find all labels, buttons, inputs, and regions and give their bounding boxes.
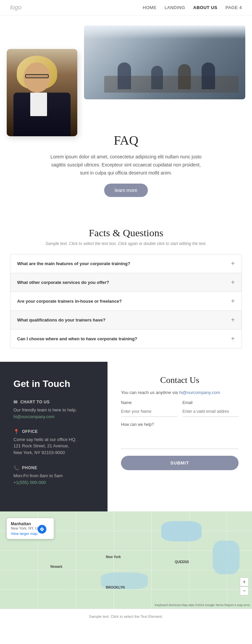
expand-icon-4: +	[231, 316, 235, 324]
name-group: Name	[121, 400, 177, 417]
nav-about[interactable]: ABOUT US	[193, 5, 217, 10]
location-icon: 📍	[13, 429, 19, 434]
learn-more-button[interactable]: learn more	[104, 184, 148, 197]
map-section: New York Newark QUEENS BROOKLYN Manhatta…	[0, 511, 252, 609]
message-label: How can we help?	[121, 422, 239, 427]
accordion-question-3: Are your corporate trainers in-house or …	[17, 299, 122, 304]
map-zoom-controls: + −	[240, 578, 249, 595]
submit-button[interactable]: SUBMIT	[121, 456, 239, 470]
map-label-manhattan: New York	[106, 555, 121, 559]
faq-content: FAQ Lorem ipsum dolor sit amet, consecte…	[7, 133, 245, 197]
chart-desc: Our friendly team is here to help.	[13, 407, 94, 413]
chart-label: ✉ CHART TO US	[13, 399, 94, 405]
office-desc3: New York, NY 92103-9000	[13, 449, 94, 456]
email-label: Email	[182, 400, 239, 405]
phone-info: 📞 PHONE Mon-Fri from 8am to 5am +1(555) …	[13, 465, 94, 485]
office-info: 📍 OFFICE Come say hello at our office HQ…	[13, 429, 94, 456]
contact-section: Get in Touch ✉ CHART TO US Our friendly …	[0, 362, 252, 511]
accordion-item-1[interactable]: What are the main features of your corpo…	[10, 254, 242, 273]
expand-icon-1: +	[231, 260, 235, 267]
map-label-newark: Newark	[50, 565, 62, 568]
accordion-question-5: Can I choose where and when to have corp…	[17, 336, 137, 341]
contact-us-email-link[interactable]: hi@ourcompany.com	[179, 390, 220, 395]
zoom-out-button[interactable]: −	[240, 587, 249, 595]
map-credits: Keyboard shortcuts Map data ©2024 Google…	[155, 603, 250, 607]
chart-email-link[interactable]: hi@ourcompany.com	[13, 414, 54, 419]
email-input[interactable]	[182, 406, 239, 417]
contact-us-desc: You can reach us anytime via hi@ourcompa…	[121, 390, 239, 395]
expand-icon-3: +	[231, 297, 235, 305]
expand-icon-2: +	[231, 279, 235, 286]
expand-icon-5: +	[231, 335, 235, 343]
facts-section: Facts & Questions Sample text. Click to …	[0, 220, 252, 362]
zoom-in-button[interactable]: +	[240, 578, 249, 586]
message-group: How can we help?	[121, 422, 239, 456]
email-icon: ✉	[13, 399, 18, 405]
office-label: 📍 OFFICE	[13, 429, 94, 434]
accordion-question-4: What qualifications do your trainers hav…	[17, 317, 106, 323]
map-label-queens: QUEENS	[175, 560, 189, 564]
email-group: Email	[182, 400, 239, 417]
logo: logo	[10, 4, 22, 11]
map-line	[76, 511, 76, 609]
map-background: New York Newark QUEENS BROOKLYN Manhatta…	[0, 511, 252, 609]
map-water	[161, 521, 202, 541]
map-label-brooklyn: BROOKLYN	[106, 586, 125, 589]
hero-section: FAQ Lorem ipsum dolor sit amet, consecte…	[0, 15, 252, 200]
name-input[interactable]	[121, 406, 177, 417]
map-popup: Manhattan New York, NY, USA View larger …	[7, 518, 54, 539]
phone-icon: 📞	[13, 465, 19, 470]
map-line	[151, 511, 152, 609]
form-name-email-row: Name Email	[121, 400, 239, 417]
nav-page4[interactable]: PAGE 4	[225, 5, 242, 10]
hero-person-card	[7, 49, 77, 136]
faq-description: Lorem ipsum dolor sit amet, consectetur …	[49, 153, 203, 177]
accordion-question-1: What are the main features of your corpo…	[17, 261, 130, 266]
map-line	[114, 511, 114, 609]
get-in-touch-title: Get in Touch	[13, 379, 94, 389]
facts-subtitle: Sample text. Click to select the text bo…	[10, 241, 242, 246]
accordion-item-2[interactable]: What other corporate services do you off…	[10, 273, 242, 292]
accordion-item-5[interactable]: Can I choose where and when to have corp…	[10, 330, 242, 348]
chart-info: ✉ CHART TO US Our friendly team is here …	[13, 399, 94, 419]
phone-hours: Mon-Fri from 8am to 5am	[13, 473, 94, 479]
accordion-item-3[interactable]: Are your corporate trainers in-house or …	[10, 292, 242, 311]
map-water	[213, 541, 240, 574]
header: logo HOME LANDING ABOUT US PAGE 4	[0, 0, 252, 15]
contact-us-title: Contact Us	[121, 375, 239, 385]
hero-meeting-image	[84, 26, 245, 99]
accordion-question-2: What other corporate services do you off…	[17, 280, 109, 285]
phone-number-link[interactable]: +1(555) 000-000	[13, 480, 46, 485]
accordion-item-4[interactable]: What qualifications do your trainers hav…	[10, 311, 242, 330]
get-in-touch-panel: Get in Touch ✉ CHART TO US Our friendly …	[0, 362, 108, 511]
message-textarea[interactable]	[121, 429, 239, 449]
phone-label: 📞 PHONE	[13, 465, 94, 470]
footer: Sample text. Click to select the Text El…	[0, 609, 252, 624]
name-label: Name	[121, 400, 177, 405]
facts-title: Facts & Questions	[10, 227, 242, 239]
directions-button[interactable]	[38, 525, 46, 534]
footer-text: Sample text. Click to select the Text El…	[89, 614, 163, 618]
nav-home[interactable]: HOME	[143, 5, 157, 10]
nav-landing[interactable]: LANDING	[165, 5, 185, 10]
office-desc2: 121 Rock Street, 21 Avenue,	[13, 443, 94, 449]
contact-form-panel: Contact Us You can reach us anytime via …	[108, 362, 252, 511]
navigation: HOME LANDING ABOUT US PAGE 4	[143, 5, 242, 10]
hero-image-container	[7, 26, 245, 126]
faq-accordion: What are the main features of your corpo…	[10, 254, 242, 348]
office-desc1: Come say hello at our office HQ.	[13, 436, 94, 443]
